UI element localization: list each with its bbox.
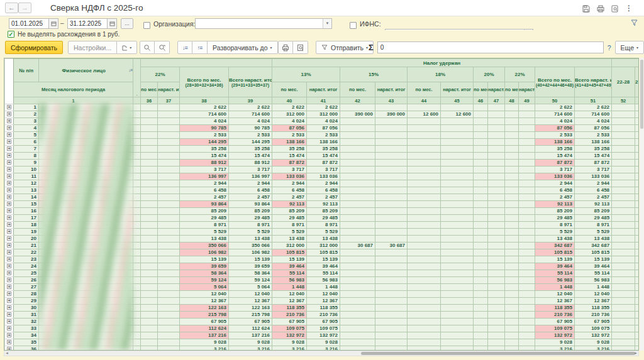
vertical-scrollbar[interactable]	[640, 58, 644, 351]
search-clear-icon[interactable]	[155, 41, 170, 54]
sum-input[interactable]: 0	[377, 41, 604, 53]
expand-plus-icon[interactable]: +	[7, 153, 11, 158]
expand-plus-icon[interactable]: +	[7, 236, 11, 241]
expand-to-button[interactable]: Разворачивать до	[208, 41, 278, 54]
expand-plus-icon[interactable]: +	[7, 319, 11, 324]
date-from-input[interactable]: 01.01.2025	[9, 18, 49, 29]
table-row[interactable]: +2439 65939 65939 46439 46439 46439 464	[5, 263, 640, 270]
table-row[interactable]: +33112 624112 624109 075109 075109 07510…	[5, 325, 640, 332]
expand-plus-icon[interactable]: +	[7, 174, 11, 178]
expand-plus-icon[interactable]: +	[7, 326, 11, 330]
table-row[interactable]: +2315 13915 13915 13915 13915 13915 139	[5, 256, 640, 263]
table-row[interactable]: +359 0289 0289 0289 0289 0289 028	[5, 339, 640, 346]
table-row[interactable]: +1685 20985 20985 20985 20985 20985 209	[5, 208, 640, 215]
expand-plus-icon[interactable]: +	[7, 209, 11, 213]
expand-plus-icon[interactable]: +	[7, 119, 11, 123]
scroll-right-icon[interactable]: ►	[633, 351, 638, 356]
expand-plus-icon[interactable]: +	[7, 188, 11, 192]
expand-plus-icon[interactable]: +	[7, 202, 11, 206]
search-icon[interactable]	[140, 41, 155, 54]
expand-plus-icon[interactable]: +	[7, 278, 11, 282]
expand-plus-icon[interactable]: +	[7, 257, 11, 261]
expand-plus-icon[interactable]: +	[7, 195, 11, 199]
calendar-icon[interactable]	[108, 18, 117, 29]
table-row[interactable]: +735 25835 25835 25835 25835 25835 258	[5, 146, 640, 153]
filter-icon[interactable]	[630, 18, 638, 29]
expand-plus-icon[interactable]: +	[7, 112, 11, 116]
period-more-button[interactable]: ...	[121, 18, 133, 29]
more-button[interactable]: Еще	[615, 41, 644, 54]
sort-icon[interactable]: ↓≡	[128, 68, 132, 72]
table-row[interactable]: +103 7173 7173 7173 7173 7173 717	[5, 166, 640, 173]
table-row[interactable]: +815 47415 47415 47415 47415 47415 474	[5, 153, 640, 160]
table-row[interactable]: +2558 36458 36455 11455 11455 11455 114	[5, 270, 640, 277]
expand-plus-icon[interactable]: +	[7, 298, 11, 303]
chevron-down-icon[interactable]: ▼	[323, 19, 331, 28]
table-row[interactable]: +11136 997136 997133 036133 036133 03613…	[5, 173, 640, 180]
preview-icon[interactable]	[611, 4, 619, 13]
expand-plus-icon[interactable]: +	[7, 333, 11, 337]
hscroll-thumb[interactable]	[361, 352, 635, 355]
table-row[interactable]: +31215 798215 798210 736210 736210 73621…	[5, 312, 640, 319]
table-row[interactable]: +6144 295144 295138 166138 166138 166138…	[5, 139, 640, 146]
table-row[interactable]: +21350 066350 066312 000312 00030 68730 …	[5, 243, 640, 249]
table-row[interactable]: +22106 982106 982105 815105 815105 81510…	[5, 249, 640, 256]
table-row[interactable]: +2912 36712 36712 36712 36712 36712 367	[5, 298, 640, 305]
expand-plus-icon[interactable]: +	[7, 250, 11, 254]
table-row[interactable]: +1593 86493 86492 11392 11392 11392 113	[5, 201, 640, 208]
expand-plus-icon[interactable]: +	[7, 305, 11, 310]
save-icon[interactable]	[582, 4, 590, 13]
print-icon[interactable]	[278, 41, 293, 54]
table-row[interactable]: +52 5332 5332 5332 5332 5332 533	[5, 132, 640, 139]
forward-button[interactable]: →	[18, 3, 31, 13]
table-row[interactable]: +12 6222 6222 6222 6222 6222 622	[5, 104, 640, 111]
table-row[interactable]: +490 78590 78587 05687 05687 05687 056	[5, 125, 640, 132]
org-combo[interactable]: ▼	[195, 18, 332, 29]
expand-plus-icon[interactable]: +	[7, 160, 11, 165]
table-row[interactable]: +34 0244 0244 0244 0244 0244 024	[5, 118, 640, 125]
table-row[interactable]: +2013 43813 43813 43813 43813 43813 438	[5, 236, 640, 243]
expand-plus-icon[interactable]: +	[7, 215, 11, 220]
expand-plus-icon[interactable]: +	[7, 181, 11, 185]
vscroll-thumb[interactable]	[640, 60, 643, 129]
expand-plus-icon[interactable]: +	[7, 133, 11, 137]
calendar-icon[interactable]	[49, 18, 58, 29]
table-row[interactable]: +34137 216137 216132 972132 972132 97213…	[5, 332, 640, 339]
scroll-left-icon[interactable]: ◄	[4, 351, 9, 356]
expand-plus-icon[interactable]: +	[7, 126, 11, 130]
generate-button[interactable]: Сформировать	[5, 41, 63, 54]
send-button[interactable]: Отправить	[316, 41, 374, 54]
expand-plus-icon[interactable]: +	[7, 105, 11, 109]
expand-all-icon[interactable]: ↓≡	[177, 41, 192, 54]
back-button[interactable]: ←	[5, 3, 18, 13]
expand-plus-icon[interactable]: +	[7, 146, 11, 151]
expand-plus-icon[interactable]: +	[7, 292, 11, 296]
date-to-input[interactable]: 31.12.2025	[67, 18, 108, 29]
table-row[interactable]: +188 9718 9718 9718 9718 9718 971	[5, 222, 640, 229]
print-icon[interactable]	[596, 4, 604, 13]
expand-plus-icon[interactable]: +	[7, 285, 11, 289]
expand-plus-icon[interactable]: +	[7, 340, 11, 344]
settings-button[interactable]: Настройки...	[68, 41, 117, 54]
table-row[interactable]: +195 5295 5295 5295 5295 5295 529	[5, 229, 640, 236]
org-checkbox[interactable]	[143, 22, 150, 29]
table-row[interactable]: +3267 90567 90567 90567 90567 90567 905	[5, 319, 640, 325]
report-variants-button[interactable]	[117, 41, 137, 54]
table-row[interactable]: +122 9442 9442 9442 9442 9442 944	[5, 180, 640, 187]
help-link[interactable]: ?	[608, 44, 611, 52]
expand-plus-icon[interactable]: +	[7, 222, 11, 227]
table-row[interactable]: +2812 04012 04012 04012 04012 04012 040	[5, 291, 640, 298]
expand-plus-icon[interactable]: +	[7, 139, 11, 144]
table-row[interactable]: +30122 163122 163118 355118 355118 35511…	[5, 305, 640, 312]
expand-plus-icon[interactable]: +	[7, 243, 11, 248]
expand-plus-icon[interactable]: +	[7, 271, 11, 275]
table-row[interactable]: +1729 48529 48529 48529 48529 48529 485	[5, 215, 640, 222]
expand-plus-icon[interactable]: +	[7, 167, 11, 172]
expand-plus-icon[interactable]: +	[7, 229, 11, 234]
expand-plus-icon[interactable]: +	[7, 264, 11, 268]
print-preview-icon[interactable]	[293, 41, 308, 54]
ifns-checkbox[interactable]	[350, 22, 357, 29]
no-diff-checkbox[interactable]: ✓	[8, 31, 14, 38]
expand-plus-icon[interactable]: +	[7, 312, 11, 317]
table-row[interactable]: +363 2163 2163 2163 2163 2163 216	[5, 346, 640, 351]
